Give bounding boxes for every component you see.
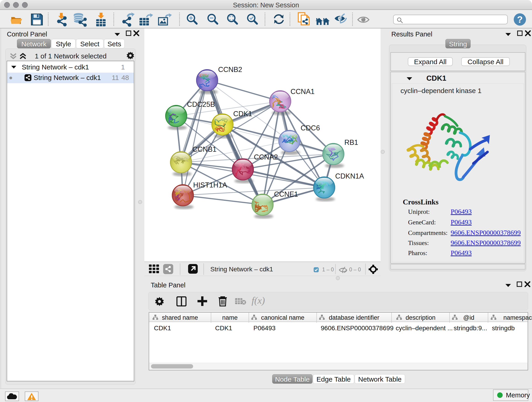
svg-text:CDC25B: CDC25B — [187, 100, 215, 108]
svg-text:RB1: RB1 — [344, 138, 358, 147]
svg-text:CCNB1: CCNB1 — [192, 145, 216, 153]
svg-text:CDC6: CDC6 — [301, 124, 320, 132]
svg-text:CCNE1: CCNE1 — [274, 190, 298, 198]
svg-text:CDKN1A: CDKN1A — [335, 172, 364, 180]
svg-text:CCNA2: CCNA2 — [254, 153, 278, 161]
svg-text:CDK1: CDK1 — [233, 110, 252, 118]
svg-text:HIST1H1A: HIST1H1A — [193, 181, 227, 189]
svg-text:?: ? — [517, 14, 523, 25]
svg-text:CCNB2: CCNB2 — [218, 65, 242, 74]
svg-text:CCNA1: CCNA1 — [291, 88, 315, 96]
